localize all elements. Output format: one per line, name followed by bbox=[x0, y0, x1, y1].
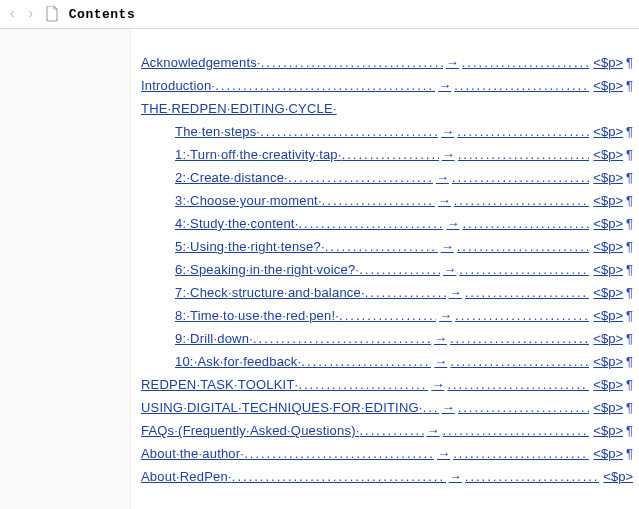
toc-row: Acknowledgements·→<$p>¶ bbox=[141, 47, 633, 70]
pilcrow-icon: ¶ bbox=[624, 400, 633, 415]
pilcrow-icon: ¶ bbox=[624, 262, 633, 277]
toc-leader bbox=[232, 470, 446, 484]
paragraph-marker: <$p>¶ bbox=[589, 55, 633, 70]
tab-mark-icon: → bbox=[431, 354, 450, 369]
toc-entry-link[interactable]: USING·DIGITAL·TECHNIQUES·FOR·EDITING· bbox=[141, 400, 423, 415]
toc-leader bbox=[454, 79, 589, 93]
toc-entry-link[interactable]: 8:·Time·to·use·the·red·pen!· bbox=[175, 308, 339, 323]
pilcrow-icon: ¶ bbox=[624, 285, 633, 300]
tab-mark-icon: → bbox=[428, 377, 447, 392]
toc-row: 8:·Time·to·use·the·red·pen!·→<$p>¶ bbox=[141, 300, 633, 323]
pilcrow-icon: ¶ bbox=[624, 354, 633, 369]
paragraph-marker: <$p>¶ bbox=[589, 193, 633, 208]
toc-entry-link[interactable]: Acknowledgements· bbox=[141, 55, 261, 70]
nav-back-icon[interactable]: ‹ bbox=[8, 6, 16, 22]
toc-leader bbox=[360, 424, 424, 438]
pilcrow-icon: ¶ bbox=[624, 216, 633, 231]
toc-row: REDPEN·TASK·TOOLKIT·→<$p>¶ bbox=[141, 369, 633, 392]
paragraph-marker: <$p>¶ bbox=[589, 147, 633, 162]
toc-leader bbox=[454, 194, 590, 208]
toc-row: 7:·Check·structure·and·balance·→<$p>¶ bbox=[141, 277, 633, 300]
tab-mark-icon: → bbox=[443, 55, 462, 70]
paragraph-marker: <$p>¶ bbox=[589, 285, 633, 300]
toc-entry-link[interactable]: 2:·Create·distance· bbox=[175, 170, 288, 185]
toc-leader bbox=[322, 194, 435, 208]
toc-leader bbox=[261, 56, 443, 70]
toc-entry-link[interactable]: About·RedPen· bbox=[141, 469, 232, 484]
toc-leader bbox=[447, 378, 589, 392]
toc-entry-link[interactable]: 9:·Drill·down· bbox=[175, 331, 253, 346]
paragraph-marker: <$p>¶ bbox=[589, 262, 633, 277]
toc-leader bbox=[423, 401, 439, 415]
toc-entry-link[interactable]: 3:·Choose·your·moment· bbox=[175, 193, 322, 208]
toc-leader bbox=[244, 447, 434, 461]
nav-forward-icon[interactable]: › bbox=[26, 6, 34, 22]
toc-row: 2:·Create·distance·→<$p>¶ bbox=[141, 162, 633, 185]
paragraph-marker: <$p>¶ bbox=[589, 308, 633, 323]
pilcrow-icon: ¶ bbox=[624, 147, 633, 162]
toc-entry-link[interactable]: Introduction· bbox=[141, 78, 215, 93]
toc-row: 10:·Ask·for·feedback·→<$p>¶ bbox=[141, 346, 633, 369]
toc-leader bbox=[465, 470, 600, 484]
toc-row: USING·DIGITAL·TECHNIQUES·FOR·EDITING·→<$… bbox=[141, 392, 633, 415]
pilcrow-icon: ¶ bbox=[624, 377, 633, 392]
toc-leader bbox=[342, 148, 439, 162]
toc-leader bbox=[457, 125, 589, 139]
toc-leader bbox=[253, 332, 431, 346]
toc-leader bbox=[298, 378, 428, 392]
toc-entry-link[interactable]: The·ten·steps· bbox=[175, 124, 260, 139]
toc-leader bbox=[462, 56, 590, 70]
tab-mark-icon: → bbox=[439, 147, 458, 162]
paragraph-marker: <$p>¶ bbox=[589, 216, 633, 231]
page-title: Contents bbox=[69, 7, 135, 22]
tab-mark-icon: → bbox=[431, 331, 450, 346]
tab-mark-icon: → bbox=[438, 239, 457, 254]
toc-leader bbox=[452, 171, 589, 185]
toc-entry-link[interactable]: 1:·Turn·off·the·creativity·tap· bbox=[175, 147, 342, 162]
toc-entry-link[interactable]: 10:·Ask·for·feedback· bbox=[175, 354, 301, 369]
paragraph-marker: <$p>¶ bbox=[589, 400, 633, 415]
tab-mark-icon: → bbox=[446, 285, 465, 300]
tab-mark-icon: → bbox=[446, 469, 465, 484]
pilcrow-icon: ¶ bbox=[624, 423, 633, 438]
tab-mark-icon: → bbox=[439, 400, 458, 415]
pilcrow-icon: ¶ bbox=[624, 78, 633, 93]
toc-leader bbox=[450, 355, 589, 369]
toc-entry-link[interactable]: REDPEN·TASK·TOOLKIT· bbox=[141, 377, 298, 392]
toc-row: 6:·Speaking·in·the·right·voice?·→<$p>¶ bbox=[141, 254, 633, 277]
tab-mark-icon: → bbox=[438, 124, 457, 139]
pilcrow-icon: ¶ bbox=[624, 446, 633, 461]
toc-row: About·RedPen·→<$p> bbox=[141, 461, 633, 484]
toc-leader bbox=[455, 309, 589, 323]
toc-row: 5:·Using·the·right·tense?·→<$p>¶ bbox=[141, 231, 633, 254]
tab-mark-icon: → bbox=[443, 216, 462, 231]
toc-leader bbox=[301, 355, 431, 369]
toc-entry-link[interactable]: FAQs·(Frequently·Asked·Questions)· bbox=[141, 423, 360, 438]
toc-leader bbox=[458, 401, 590, 415]
toc-leader bbox=[288, 171, 433, 185]
toc-entry-link[interactable]: 4:·Study·the·content· bbox=[175, 216, 298, 231]
left-gutter bbox=[0, 29, 131, 509]
toc-entry-link[interactable]: About·the·author· bbox=[141, 446, 244, 461]
toc-row: 3:·Choose·your·moment·→<$p>¶ bbox=[141, 185, 633, 208]
toc-row: 1:·Turn·off·the·creativity·tap·→<$p>¶ bbox=[141, 139, 633, 162]
toc-entry-link[interactable]: THE·REDPEN·EDITING·CYCLE· bbox=[141, 101, 337, 116]
pilcrow-icon: ¶ bbox=[624, 55, 633, 70]
toc-leader bbox=[450, 332, 589, 346]
toc-row: FAQs·(Frequently·Asked·Questions)·→<$p>¶ bbox=[141, 415, 633, 438]
toc-leader bbox=[462, 217, 589, 231]
toc-entry-link[interactable]: 7:·Check·structure·and·balance· bbox=[175, 285, 365, 300]
pilcrow-icon: ¶ bbox=[624, 308, 633, 323]
pilcrow-icon: ¶ bbox=[624, 239, 633, 254]
tab-mark-icon: → bbox=[424, 423, 443, 438]
toc-entry-link[interactable]: 5:·Using·the·right·tense?· bbox=[175, 239, 325, 254]
toc-list: Acknowledgements·→<$p>¶Introduction·→<$p… bbox=[131, 29, 639, 509]
toc-leader bbox=[365, 286, 446, 300]
tab-mark-icon: → bbox=[435, 78, 454, 93]
toc-leader bbox=[339, 309, 436, 323]
toc-entry-link[interactable]: 6:·Speaking·in·the·right·voice?· bbox=[175, 262, 359, 277]
toc-row: Introduction·→<$p>¶ bbox=[141, 70, 633, 93]
tab-mark-icon: → bbox=[435, 193, 454, 208]
paragraph-marker: <$p> bbox=[599, 469, 633, 484]
toc-leader bbox=[465, 286, 590, 300]
